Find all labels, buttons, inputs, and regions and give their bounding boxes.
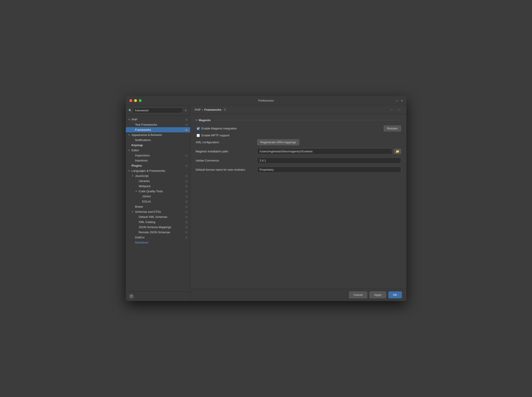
sidebar-item-libraries[interactable]: Libraries ▤ — [126, 179, 190, 184]
ext-icon: ▤ — [185, 195, 188, 198]
sidebar-item-intentions[interactable]: Intentions — [126, 158, 190, 163]
magento-section-header: ▾ Magento — [196, 118, 401, 122]
xml-config-label: XML configuration: — [196, 141, 254, 144]
adobe-commerce-value — [257, 157, 401, 163]
sidebar-item-code-quality-tools[interactable]: ▾ Code Quality Tools ▤ — [126, 189, 190, 194]
magento-path-input[interactable] — [257, 148, 392, 154]
ext-icon: ▤ — [185, 154, 188, 157]
sidebar-item-keymap[interactable]: Keymap — [126, 143, 190, 148]
sidebar-item-label: Keymap — [132, 143, 188, 147]
ext-icon: ▤ — [185, 128, 188, 131]
minimize-button[interactable] — [134, 99, 137, 102]
arrow-icon: ▾ — [128, 169, 132, 172]
main-area: 🔍 ✕ ▾ PHP ▤ Test Frameworks ▤ F — [126, 105, 406, 301]
sidebar-item-plugins[interactable]: Plugins ▤ — [126, 163, 190, 168]
edit-icon[interactable]: ☰ — [224, 108, 226, 112]
regenerate-urn-button[interactable]: Regenerate URN mappings — [257, 139, 300, 145]
sidebar-item-inspections[interactable]: Inspections ▤ — [126, 153, 190, 158]
magento-path-value: 📁 — [257, 148, 401, 154]
ext-icon: ▤ — [185, 236, 188, 239]
sidebar-item-jshint[interactable]: JSHint ▤ — [126, 194, 190, 199]
sidebar-item-webpack[interactable]: Webpack ▤ — [126, 184, 190, 189]
magento-path-row: Magento installation path: 📁 — [196, 148, 401, 154]
enable-magento-checkbox[interactable] — [197, 127, 200, 130]
browse-folder-button[interactable]: 📁 — [394, 149, 401, 154]
sidebar-item-frameworks[interactable]: Frameworks ▤ — [126, 127, 190, 132]
adobe-commerce-label: Adobe Commerce — [196, 159, 254, 162]
sidebar-item-bower[interactable]: Bower ▤ — [126, 204, 190, 209]
sidebar-item-json-schema-mappings[interactable]: JSON Schema Mappings ▤ — [126, 224, 190, 230]
search-input[interactable] — [133, 108, 183, 113]
cancel-button[interactable]: Cancel — [349, 292, 367, 298]
resize-icon[interactable]: ⤢ — [396, 99, 398, 102]
sidebar-item-label: Appearance & Behavior — [132, 133, 188, 136]
content-body: ▾ Magento Enable Magento integration Rei… — [190, 114, 406, 289]
sidebar-item-xml-catalog[interactable]: XML Catalog ▤ — [126, 219, 190, 224]
window-title: Preferences — [258, 99, 274, 102]
ext-icon: ▤ — [185, 190, 188, 193]
titlebar-actions: ⤢ ✕ — [396, 99, 403, 102]
sidebar-item-label: JSON Schema Mappings — [139, 225, 184, 229]
sidebar-item-javascript[interactable]: ▾ JavaScript ▤ — [126, 173, 190, 179]
sidebar-item-label: Notifications — [135, 138, 188, 142]
back-button[interactable]: ← — [390, 108, 395, 112]
search-bar: 🔍 ✕ — [126, 105, 190, 116]
ext-icon: ▤ — [185, 185, 188, 188]
apply-button[interactable]: Apply — [369, 292, 386, 298]
sidebar-item-label: Languages & Frameworks — [132, 169, 188, 173]
sidebar-item-label: Intentions — [135, 159, 188, 162]
search-clear-button[interactable]: ✕ — [184, 109, 188, 112]
breadcrumb-parent: PHP — [195, 108, 201, 112]
sidebar-item-appearance-behavior[interactable]: ▾ Appearance & Behavior — [126, 132, 190, 137]
sidebar-item-label: Schemas and DTDs — [135, 210, 184, 213]
magento-path-label: Magento installation path: — [196, 150, 254, 153]
default-license-value — [257, 167, 401, 173]
sidebar: 🔍 ✕ ▾ PHP ▤ Test Frameworks ▤ F — [126, 105, 190, 301]
xml-config-row: XML configuration: Regenerate URN mappin… — [196, 139, 401, 145]
sidebar-item-editor[interactable]: ▾ Editor — [126, 148, 190, 153]
sidebar-item-test-frameworks[interactable]: Test Frameworks ▤ — [126, 122, 190, 127]
reindex-button[interactable]: Reindex — [384, 125, 401, 131]
nav-arrows: ← → — [390, 108, 402, 112]
adobe-commerce-input[interactable] — [257, 157, 401, 163]
sidebar-item-eslint[interactable]: ESLint ▤ — [126, 199, 190, 204]
sidebar-item-label: Markdown — [135, 241, 188, 244]
footer: Cancel Apply OK — [190, 289, 406, 301]
sidebar-item-markdown[interactable]: Markdown — [126, 240, 190, 245]
sidebar-item-schemas-dtds[interactable]: ▾ Schemas and DTDs ▤ — [126, 209, 190, 214]
breadcrumb-current: Frameworks — [204, 108, 222, 112]
section-divider — [214, 120, 401, 120]
forward-button[interactable]: → — [397, 108, 402, 112]
sidebar-item-label: Test Frameworks — [135, 123, 184, 126]
ext-icon: ▤ — [185, 205, 188, 208]
sidebar-item-label: PHP — [132, 118, 184, 121]
sidebar-item-remote-json-schemas[interactable]: Remote JSON Schemas ▤ — [126, 230, 190, 235]
sidebar-item-notifications[interactable]: Notifications — [126, 137, 190, 143]
section-collapse-icon[interactable]: ▾ — [196, 119, 197, 122]
sidebar-item-label: Code Quality Tools — [139, 190, 184, 193]
help-button[interactable]: ? — [129, 294, 134, 299]
sidebar-item-languages-frameworks[interactable]: ▾ Languages & Frameworks — [126, 168, 190, 173]
sidebar-item-php[interactable]: ▾ PHP ▤ — [126, 117, 190, 122]
ext-icon: ▤ — [185, 180, 188, 182]
sidebar-item-label: Inspections — [135, 154, 184, 157]
close-icon[interactable]: ✕ — [401, 99, 403, 102]
maximize-button[interactable] — [139, 99, 142, 102]
arrow-icon: ▾ — [132, 211, 135, 213]
sidebar-item-label: Editor — [132, 149, 188, 152]
content-header: PHP › Frameworks ☰ ← → — [190, 105, 406, 114]
arrow-icon: ▾ — [128, 118, 132, 121]
ext-icon: ▤ — [185, 210, 188, 213]
sidebar-item-default-xml-schemas[interactable]: Default XML Schemas ▤ — [126, 214, 190, 219]
sidebar-item-label: Plugins — [132, 164, 184, 167]
close-button[interactable] — [129, 99, 132, 102]
titlebar: Preferences ⤢ ✕ — [126, 96, 406, 105]
sidebar-item-dotenv[interactable]: DotEnv ▤ — [126, 235, 190, 240]
sidebar-item-label: ESLint — [142, 200, 184, 203]
enable-mftf-checkbox[interactable] — [197, 134, 200, 137]
ext-icon: ▤ — [185, 123, 188, 126]
default-license-input[interactable] — [257, 167, 401, 173]
ok-button[interactable]: OK — [388, 292, 402, 298]
ext-icon: ▤ — [185, 200, 188, 203]
sidebar-item-label: JavaScript — [135, 174, 184, 178]
